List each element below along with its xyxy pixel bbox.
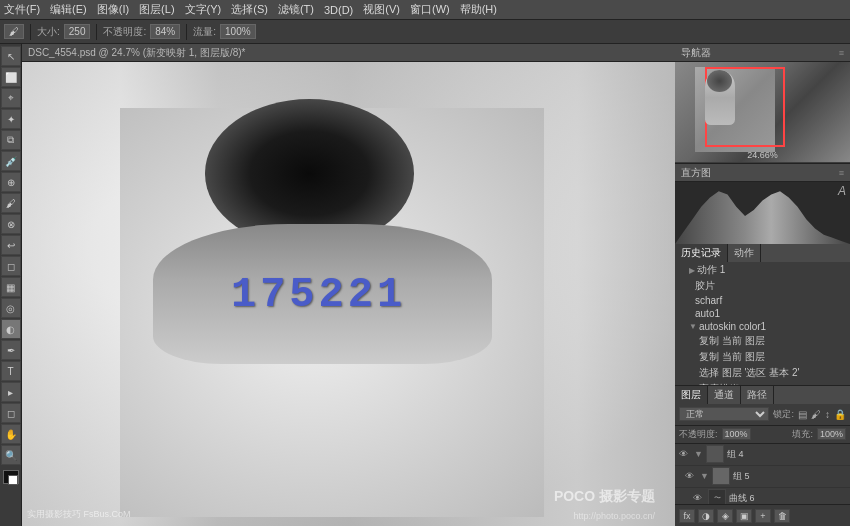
lock-move-icon[interactable]: ↕	[825, 409, 830, 420]
opacity-label: 不透明度:	[679, 428, 718, 441]
layer-group4-thumb: ▼	[694, 449, 703, 459]
layer-curve6[interactable]: 👁 〜 曲线 6	[675, 488, 850, 505]
histogram-title: 直方图	[681, 166, 711, 180]
eye-icon-curve6[interactable]: 👁	[693, 493, 705, 503]
layer-group5-label: 组 5	[733, 470, 846, 483]
pen-tool[interactable]: ✒	[1, 340, 21, 360]
tab-paths[interactable]: 路径	[741, 386, 774, 404]
brush-tool[interactable]: 🖌	[1, 193, 21, 213]
navigator-panel: 导航器 ≡ 24.66%	[675, 44, 850, 164]
opacity-input[interactable]: 84%	[150, 24, 180, 39]
delete-layer-button[interactable]: 🗑	[774, 509, 790, 523]
blur-tool[interactable]: ◎	[1, 298, 21, 318]
history-item-action1[interactable]: ▶ 动作 1	[675, 262, 850, 278]
menu-view[interactable]: 视图(V)	[363, 2, 400, 17]
new-layer-button[interactable]: +	[755, 509, 771, 523]
type-tool[interactable]: T	[1, 361, 21, 381]
menu-file[interactable]: 文件(F)	[4, 2, 40, 17]
history-sub-1[interactable]: 复制 当前 图层	[675, 333, 850, 349]
layer-list: 👁 ▼ 组 4 👁 ▼ 组 5 👁 〜 曲线 6	[675, 444, 850, 505]
brush-size-input[interactable]: 250	[64, 24, 91, 39]
magic-wand-tool[interactable]: ✦	[1, 109, 21, 129]
layers-tab-bar: 图层 通道 路径	[675, 386, 850, 404]
hand-tool[interactable]: ✋	[1, 424, 21, 444]
histogram-menu-icon[interactable]: ≡	[839, 168, 844, 178]
tab-channels[interactable]: 通道	[708, 386, 741, 404]
move-tool[interactable]: ↖	[1, 46, 21, 66]
layer-thumb-group4	[706, 445, 724, 463]
history-tab-bar: 历史记录 动作	[675, 244, 850, 262]
fill-value[interactable]: 100%	[817, 428, 846, 440]
menu-select[interactable]: 选择(S)	[231, 2, 268, 17]
history-item-label: 动作 1	[697, 263, 725, 277]
opacity-value[interactable]: 100%	[722, 428, 751, 440]
add-mask-button[interactable]: ◑	[698, 509, 714, 523]
history-item-auto1[interactable]: auto1	[675, 307, 850, 320]
dodge-tool[interactable]: ◐	[1, 319, 21, 339]
layer-group-4[interactable]: 👁 ▼ 组 4	[675, 444, 850, 466]
crop-tool[interactable]: ⧉	[1, 130, 21, 150]
menu-edit[interactable]: 编辑(E)	[50, 2, 87, 17]
lock-transparent-icon[interactable]: ▤	[798, 409, 807, 420]
menu-type[interactable]: 文字(Y)	[185, 2, 222, 17]
menu-help[interactable]: 帮助(H)	[460, 2, 497, 17]
history-sub-3[interactable]: 选择 图层 '选区 基本 2'	[675, 365, 850, 381]
menu-window[interactable]: 窗口(W)	[410, 2, 450, 17]
eye-icon-group4[interactable]: 👁	[679, 449, 691, 459]
layer-group-5[interactable]: 👁 ▼ 组 5	[675, 466, 850, 488]
shape-tool[interactable]: ◻	[1, 403, 21, 423]
tools-panel: ↖ ⬜ ⌖ ✦ ⧉ 💉 ⊕ 🖌 ⊗ ↩ ◻ ▦ ◎ ◐ ✒ T ▸ ◻ ✋ 🔍	[0, 44, 22, 526]
menu-filter[interactable]: 滤镜(T)	[278, 2, 314, 17]
lasso-tool[interactable]: ⌖	[1, 88, 21, 108]
menu-image[interactable]: 图像(I)	[97, 2, 129, 17]
eye-icon-group5[interactable]: 👁	[685, 471, 697, 481]
canvas-title-bar: DSC_4554.psd @ 24.7% (新变映射 1, 图层版/8)*	[22, 44, 675, 62]
toolbar-separator-3	[186, 24, 187, 40]
zoom-tool[interactable]: 🔍	[1, 445, 21, 465]
navigator-title: 导航器	[681, 46, 711, 60]
layers-panel: 图层 通道 路径 正常 锁定: ▤ 🖌 ↕ 🔒 不透明度: 100% 填充: 1…	[675, 385, 850, 527]
lock-all-icon[interactable]: 🔒	[834, 409, 846, 420]
tab-history[interactable]: 历史记录	[675, 244, 728, 262]
history-item-scharf[interactable]: scharf	[675, 294, 850, 307]
menu-layer[interactable]: 图层(L)	[139, 2, 174, 17]
navigator-zoom-display: 24.66%	[747, 150, 778, 160]
opacity-row: 不透明度: 100% 填充: 100%	[675, 426, 850, 444]
navigator-preview[interactable]: 24.66%	[675, 62, 850, 162]
history-sub-2[interactable]: 复制 当前 图层	[675, 349, 850, 365]
navigator-header: 导航器 ≡	[675, 44, 850, 62]
path-select-tool[interactable]: ▸	[1, 382, 21, 402]
tab-layers[interactable]: 图层	[675, 386, 708, 404]
canvas-content[interactable]: 175221 POCO 摄影专题 http://photo.poco.cn/ 实…	[22, 62, 675, 526]
histogram-panel: 直方图 ≡ A	[675, 164, 850, 244]
menu-bar: 文件(F) 编辑(E) 图像(I) 图层(L) 文字(Y) 选择(S) 滤镜(T…	[0, 0, 850, 20]
marquee-tool[interactable]: ⬜	[1, 67, 21, 87]
watermark-url: http://photo.poco.cn/	[573, 511, 655, 521]
history-group-autoskin[interactable]: ▼ autoskin color1	[675, 320, 850, 333]
eraser-tool[interactable]: ◻	[1, 256, 21, 276]
options-bar: 🖌 大小: 250 不透明度: 84% 流量: 100%	[0, 20, 850, 44]
history-brush-tool[interactable]: ↩	[1, 235, 21, 255]
tab-actions[interactable]: 动作	[728, 244, 761, 262]
new-group-button[interactable]: ▣	[736, 509, 752, 523]
navigator-menu-icon[interactable]: ≡	[839, 48, 844, 58]
history-group-arrow: ▼	[689, 322, 697, 331]
clone-stamp-tool[interactable]: ⊗	[1, 214, 21, 234]
layer-curve6-label: 曲线 6	[729, 492, 846, 505]
history-list: ▶ 动作 1 胶片 scharf auto1 ▼ autoskin color1…	[675, 262, 850, 385]
healing-brush-tool[interactable]: ⊕	[1, 172, 21, 192]
new-adjustment-button[interactable]: ◈	[717, 509, 733, 523]
lock-label: 锁定:	[773, 408, 794, 421]
gradient-tool[interactable]: ▦	[1, 277, 21, 297]
lock-paint-icon[interactable]: 🖌	[811, 409, 821, 420]
watermark-poco: POCO 摄影专题	[554, 488, 655, 506]
blend-mode-select[interactable]: 正常	[679, 407, 769, 421]
fx-button[interactable]: fx	[679, 509, 695, 523]
foreground-color[interactable]	[3, 470, 19, 484]
menu-3d[interactable]: 3D(D)	[324, 4, 353, 16]
layer-group5-arrow: ▼	[700, 471, 709, 481]
flow-input[interactable]: 100%	[220, 24, 256, 39]
history-item-film[interactable]: 胶片	[675, 278, 850, 294]
layer-group4-label: 组 4	[727, 448, 846, 461]
eyedropper-tool[interactable]: 💉	[1, 151, 21, 171]
